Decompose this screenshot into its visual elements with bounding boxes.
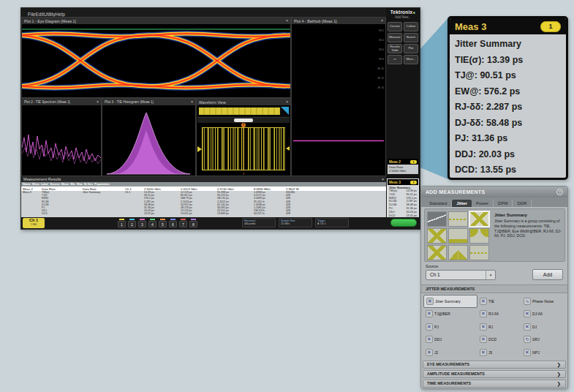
close-icon[interactable]: × — [286, 99, 288, 105]
panel-tab[interactable]: DDR — [513, 200, 532, 207]
measurement-item[interactable]: PJ — [423, 320, 477, 333]
channel-button[interactable]: 8 — [189, 219, 197, 227]
add-new-label[interactable]: Add New... — [386, 15, 420, 19]
measurement-item[interactable]: TIE — [477, 295, 521, 308]
waveform-view[interactable]: Waveform View × T — [196, 98, 291, 176]
plot-eye-titlebar: Plot 1 - Eye Diagram (Meas 1) × — [22, 18, 290, 24]
spectrum-graphic — [22, 105, 101, 176]
channel-button[interactable]: 4 — [148, 219, 156, 227]
channel-button[interactable]: 3 — [138, 219, 146, 227]
sidebar-button[interactable]: Cursors — [388, 22, 402, 31]
close-icon[interactable]: × — [97, 99, 99, 105]
measurement-item[interactable]: DJ — [521, 320, 565, 333]
bathtub-scale-label: 1E-14 — [377, 86, 384, 89]
channel-button[interactable]: 5 — [159, 219, 167, 227]
help-icon[interactable]: ? — [556, 189, 563, 195]
zoom-corner-icon[interactable] — [281, 107, 289, 115]
bathtub-scale-label: 1E-6 — [377, 48, 384, 51]
panel-tab[interactable]: DPM — [494, 200, 513, 207]
channel-button[interactable]: 7 — [179, 219, 187, 227]
callout-stat-line: DCD: 13.55 ps — [455, 162, 561, 178]
readout-box[interactable]: TriggerA: Ch 1 — [315, 218, 349, 227]
sidebar-button[interactable]: Measure — [388, 33, 402, 42]
gallery-thumb-eye-sel[interactable] — [469, 211, 489, 227]
plot-bathtub[interactable]: Plot 4 - Bathtub (Meas 1) × 1E-2 1E-4 1E… — [291, 17, 386, 176]
plot-tie-histogram[interactable]: Plot 3 - TIE Histogram (Meas 1) × — [102, 98, 196, 176]
channel-button[interactable]: 2 — [128, 219, 136, 227]
menu-item[interactable]: Help — [56, 12, 65, 17]
measurement-eye-icon — [426, 298, 434, 305]
sidebar-button[interactable]: Results Table — [388, 44, 402, 53]
plot-tie-spectrum[interactable]: Plot 2 - TIE Spectrum (Meas 1) × — [21, 98, 102, 176]
gallery-thumb-histogram[interactable] — [448, 245, 468, 260]
results-column-header: Source — [48, 182, 60, 186]
measurement-item[interactable]: Phase Noise — [521, 295, 565, 308]
menu-item[interactable]: Utility — [44, 12, 56, 17]
sidebar-button[interactable]: Callout — [404, 22, 418, 31]
menu-item[interactable]: Edit — [35, 12, 43, 17]
gallery-thumb-trend2[interactable] — [469, 245, 489, 260]
results-column-header: Meas — [31, 182, 39, 186]
zoom-scale-box[interactable] — [234, 118, 253, 122]
accordion-eye-measurements[interactable]: EYE MEASUREMENTS❯ — [423, 361, 566, 369]
channel1-badge[interactable]: Ch 1 1 MΩ — [23, 218, 45, 228]
gallery-thumb-trend[interactable] — [448, 211, 468, 227]
accordion-amplitude-measurements[interactable]: AMPLITUDE MEASUREMENTS❯ — [423, 370, 566, 378]
source-dropdown[interactable]: Ch 1 ▾ — [426, 270, 496, 280]
panel-tab[interactable]: Jitter — [452, 200, 472, 207]
chevron-down-icon: ▾ — [486, 271, 495, 279]
gallery-thumb-spectrum[interactable] — [448, 228, 468, 244]
add-measurements-panel: ADD MEASUREMENTS ? Standard Jitter Power… — [420, 186, 568, 389]
jitter-section-header[interactable]: JITTER MEASUREMENTS — [421, 284, 567, 293]
measurement-item[interactable]: RJ — [477, 320, 521, 333]
sidebar-button[interactable]: More... — [404, 55, 418, 64]
gallery-thumb-dark-curve[interactable] — [427, 211, 447, 227]
measurement-item[interactable]: TJ@BER — [423, 308, 477, 321]
panel-tab[interactable]: Power — [472, 200, 494, 207]
panel-title: ADD MEASUREMENTS — [426, 189, 485, 195]
close-icon[interactable]: × — [191, 99, 193, 105]
waveform-plot-area[interactable]: T — [197, 123, 290, 175]
menu-item[interactable]: File — [28, 12, 35, 17]
results-row-jitter[interactable]: DCD 13.55 ps13.011 ps 13.849 ps44.221 fs… — [21, 212, 386, 215]
meas2-line2: 2.5000 Gb/s — [389, 169, 417, 173]
waveform-overview-strip[interactable] — [197, 106, 290, 117]
gallery-thumb-bathtub[interactable] — [469, 228, 489, 244]
bathtub-scale-label: 1E-10 — [377, 67, 384, 70]
accordion-time-measurements[interactable]: TIME MEASUREMENTS❯ — [423, 380, 566, 388]
plot-eye-diagram[interactable]: Plot 1 - Eye Diagram (Meas 1) × — [21, 17, 291, 98]
channel-button[interactable]: 6 — [169, 219, 177, 227]
gallery-thumb-eye[interactable] — [427, 228, 447, 244]
measurement-item[interactable]: DJ-δδ — [521, 308, 565, 321]
measurement-item[interactable]: DCD — [477, 333, 521, 347]
sidebar-button[interactable]: Search — [404, 33, 418, 42]
measurement-item[interactable]: J9 — [477, 346, 521, 359]
measurement-item[interactable]: SRJ — [521, 333, 565, 347]
meas3-badge[interactable]: Meas 3 1 Jitter Summary TIE(σ):13.39 ps … — [388, 179, 418, 218]
measurement-item[interactable]: NPJ — [521, 346, 565, 359]
trigger-position-line — [243, 127, 244, 175]
measurement-item[interactable]: DDJ — [423, 333, 477, 347]
histogram-graphic — [102, 105, 195, 176]
measurement-item[interactable]: RJ-δδ — [477, 308, 521, 321]
sidebar-button[interactable]: ▭ — [388, 55, 402, 64]
panel-tab[interactable]: Standard — [425, 200, 452, 207]
measurement-item[interactable]: Jitter Summary — [423, 295, 477, 308]
measurement-item[interactable]: J2 — [423, 346, 477, 359]
close-icon[interactable]: × — [381, 18, 383, 24]
run-stop-button[interactable] — [390, 219, 417, 227]
gallery-thumb-eye2[interactable] — [427, 245, 447, 260]
readout-box[interactable]: Horizontal400 ps/div — [242, 218, 276, 227]
readout-box[interactable]: Sample Rate25 GS/s — [279, 218, 312, 227]
measurement-eye-icon — [524, 323, 531, 331]
meas3-zoom-callout: Meas 3 1 Jitter Summary TIE(σ): 13.39 ps… — [448, 16, 568, 180]
meas2-badge[interactable]: Meas 2 1 Data Rate 2.5000 Gb/s — [388, 159, 418, 174]
close-icon[interactable]: × — [286, 18, 288, 24]
source-value: Ch 1 — [430, 271, 440, 279]
close-icon[interactable]: × — [382, 176, 384, 183]
add-button[interactable]: Add — [532, 269, 563, 280]
channel-button[interactable]: 1 — [118, 219, 126, 227]
sidebar-button[interactable]: Plot — [404, 44, 418, 53]
results-column-header: Max — [75, 182, 83, 186]
waveform-view-title: Waveform View — [199, 100, 226, 105]
